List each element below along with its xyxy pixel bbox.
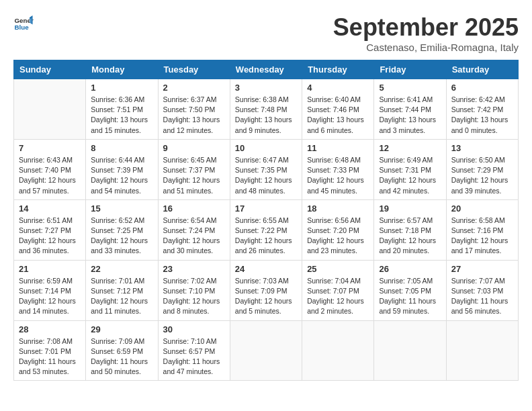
- day-number: 18: [307, 203, 369, 214]
- day-cell: 29Sunrise: 7:09 AMSunset: 6:59 PMDayligh…: [86, 320, 158, 381]
- weekday-header-thursday: Thursday: [302, 60, 374, 79]
- day-info: Sunrise: 6:40 AMSunset: 7:46 PMDaylight:…: [307, 95, 369, 136]
- day-cell: 30Sunrise: 7:10 AMSunset: 6:57 PMDayligh…: [158, 320, 230, 381]
- day-number: 28: [19, 324, 81, 334]
- day-cell: [14, 79, 86, 140]
- day-info: Sunrise: 7:04 AMSunset: 7:07 PMDaylight:…: [307, 276, 369, 317]
- day-info: Sunrise: 7:01 AMSunset: 7:12 PMDaylight:…: [91, 276, 152, 317]
- day-info: Sunrise: 6:42 AMSunset: 7:42 PMDaylight:…: [451, 95, 513, 136]
- day-cell: 13Sunrise: 6:50 AMSunset: 7:29 PMDayligh…: [446, 139, 518, 199]
- day-info: Sunrise: 6:44 AMSunset: 7:39 PMDaylight:…: [91, 155, 152, 196]
- day-number: 23: [163, 264, 225, 274]
- day-info: Sunrise: 6:36 AMSunset: 7:51 PMDaylight:…: [91, 95, 152, 136]
- day-number: 8: [91, 143, 152, 153]
- day-info: Sunrise: 6:56 AMSunset: 7:20 PMDaylight:…: [307, 216, 369, 257]
- day-cell: 24Sunrise: 7:03 AMSunset: 7:09 PMDayligh…: [230, 260, 302, 320]
- day-info: Sunrise: 6:59 AMSunset: 7:14 PMDaylight:…: [19, 276, 81, 317]
- day-cell: [230, 320, 302, 381]
- day-cell: 17Sunrise: 6:55 AMSunset: 7:22 PMDayligh…: [230, 199, 302, 260]
- day-info: Sunrise: 7:10 AMSunset: 6:57 PMDaylight:…: [163, 336, 225, 377]
- day-info: Sunrise: 6:43 AMSunset: 7:40 PMDaylight:…: [19, 155, 81, 196]
- week-row-3: 14Sunrise: 6:51 AMSunset: 7:27 PMDayligh…: [14, 199, 519, 260]
- svg-text:Blue: Blue: [15, 24, 30, 31]
- day-cell: 2Sunrise: 6:37 AMSunset: 7:50 PMDaylight…: [158, 79, 230, 140]
- day-number: 11: [307, 143, 369, 153]
- day-number: 26: [379, 264, 441, 274]
- week-row-1: 1Sunrise: 6:36 AMSunset: 7:51 PMDaylight…: [14, 79, 519, 140]
- day-cell: 3Sunrise: 6:38 AMSunset: 7:48 PMDaylight…: [230, 79, 302, 140]
- day-info: Sunrise: 6:58 AMSunset: 7:16 PMDaylight:…: [451, 216, 513, 257]
- weekday-header-wednesday: Wednesday: [230, 60, 302, 79]
- day-cell: 23Sunrise: 7:02 AMSunset: 7:10 PMDayligh…: [158, 260, 230, 320]
- day-info: Sunrise: 6:57 AMSunset: 7:18 PMDaylight:…: [379, 216, 441, 257]
- logo-icon: General Blue: [13, 13, 34, 34]
- day-number: 13: [451, 143, 513, 153]
- day-number: 12: [379, 143, 441, 153]
- day-number: 27: [451, 264, 513, 274]
- week-row-2: 7Sunrise: 6:43 AMSunset: 7:40 PMDaylight…: [14, 139, 519, 199]
- day-info: Sunrise: 7:02 AMSunset: 7:10 PMDaylight:…: [163, 276, 225, 317]
- day-cell: 5Sunrise: 6:41 AMSunset: 7:44 PMDaylight…: [374, 79, 446, 140]
- day-number: 24: [235, 264, 297, 274]
- page-header: General Blue September 2025 Castenaso, E…: [13, 13, 519, 53]
- day-number: 21: [19, 264, 81, 274]
- day-cell: 21Sunrise: 6:59 AMSunset: 7:14 PMDayligh…: [14, 260, 86, 320]
- day-cell: 7Sunrise: 6:43 AMSunset: 7:40 PMDaylight…: [14, 139, 86, 199]
- day-info: Sunrise: 7:08 AMSunset: 7:01 PMDaylight:…: [19, 336, 81, 377]
- day-info: Sunrise: 6:51 AMSunset: 7:27 PMDaylight:…: [19, 216, 81, 257]
- day-cell: 4Sunrise: 6:40 AMSunset: 7:46 PMDaylight…: [302, 79, 374, 140]
- weekday-header-tuesday: Tuesday: [158, 60, 230, 79]
- weekday-header-monday: Monday: [86, 60, 158, 79]
- week-row-5: 28Sunrise: 7:08 AMSunset: 7:01 PMDayligh…: [14, 320, 519, 381]
- day-number: 15: [91, 203, 152, 214]
- day-cell: 25Sunrise: 7:04 AMSunset: 7:07 PMDayligh…: [302, 260, 374, 320]
- day-info: Sunrise: 6:55 AMSunset: 7:22 PMDaylight:…: [235, 216, 297, 257]
- day-cell: 19Sunrise: 6:57 AMSunset: 7:18 PMDayligh…: [374, 199, 446, 260]
- day-number: 25: [307, 264, 369, 274]
- day-number: 4: [307, 83, 369, 93]
- day-info: Sunrise: 6:45 AMSunset: 7:37 PMDaylight:…: [163, 155, 225, 196]
- day-cell: 16Sunrise: 6:54 AMSunset: 7:24 PMDayligh…: [158, 199, 230, 260]
- title-block: September 2025 Castenaso, Emilia-Romagna…: [333, 13, 519, 53]
- day-cell: 28Sunrise: 7:08 AMSunset: 7:01 PMDayligh…: [14, 320, 86, 381]
- day-cell: 14Sunrise: 6:51 AMSunset: 7:27 PMDayligh…: [14, 199, 86, 260]
- day-number: 7: [19, 143, 81, 153]
- week-row-4: 21Sunrise: 6:59 AMSunset: 7:14 PMDayligh…: [14, 260, 519, 320]
- weekday-header-row: SundayMondayTuesdayWednesdayThursdayFrid…: [14, 60, 519, 79]
- day-info: Sunrise: 6:50 AMSunset: 7:29 PMDaylight:…: [451, 155, 513, 196]
- day-cell: 26Sunrise: 7:05 AMSunset: 7:05 PMDayligh…: [374, 260, 446, 320]
- calendar-table: SundayMondayTuesdayWednesdayThursdayFrid…: [13, 60, 519, 381]
- day-cell: 11Sunrise: 6:48 AMSunset: 7:33 PMDayligh…: [302, 139, 374, 199]
- day-cell: [302, 320, 374, 381]
- day-info: Sunrise: 6:48 AMSunset: 7:33 PMDaylight:…: [307, 155, 369, 196]
- day-cell: 20Sunrise: 6:58 AMSunset: 7:16 PMDayligh…: [446, 199, 518, 260]
- day-number: 20: [451, 203, 513, 214]
- day-cell: 15Sunrise: 6:52 AMSunset: 7:25 PMDayligh…: [86, 199, 158, 260]
- day-number: 5: [379, 83, 441, 93]
- day-number: 2: [163, 83, 225, 93]
- day-number: 6: [451, 83, 513, 93]
- day-number: 16: [163, 203, 225, 214]
- day-cell: 9Sunrise: 6:45 AMSunset: 7:37 PMDaylight…: [158, 139, 230, 199]
- day-cell: 6Sunrise: 6:42 AMSunset: 7:42 PMDaylight…: [446, 79, 518, 140]
- day-info: Sunrise: 6:52 AMSunset: 7:25 PMDaylight:…: [91, 216, 152, 257]
- day-number: 14: [19, 203, 81, 214]
- day-info: Sunrise: 6:49 AMSunset: 7:31 PMDaylight:…: [379, 155, 441, 196]
- day-cell: [446, 320, 518, 381]
- day-info: Sunrise: 6:37 AMSunset: 7:50 PMDaylight:…: [163, 95, 225, 136]
- month-title: September 2025: [333, 13, 519, 42]
- day-number: 29: [91, 324, 152, 334]
- day-info: Sunrise: 6:54 AMSunset: 7:24 PMDaylight:…: [163, 216, 225, 257]
- day-number: 1: [91, 83, 152, 93]
- day-cell: 8Sunrise: 6:44 AMSunset: 7:39 PMDaylight…: [86, 139, 158, 199]
- weekday-header-friday: Friday: [374, 60, 446, 79]
- day-number: 30: [163, 324, 225, 334]
- day-cell: 18Sunrise: 6:56 AMSunset: 7:20 PMDayligh…: [302, 199, 374, 260]
- day-number: 3: [235, 83, 297, 93]
- day-number: 9: [163, 143, 225, 153]
- day-info: Sunrise: 6:38 AMSunset: 7:48 PMDaylight:…: [235, 95, 297, 136]
- day-info: Sunrise: 6:47 AMSunset: 7:35 PMDaylight:…: [235, 155, 297, 196]
- day-cell: 27Sunrise: 7:07 AMSunset: 7:03 PMDayligh…: [446, 260, 518, 320]
- day-info: Sunrise: 6:41 AMSunset: 7:44 PMDaylight:…: [379, 95, 441, 136]
- logo: General Blue: [13, 13, 34, 34]
